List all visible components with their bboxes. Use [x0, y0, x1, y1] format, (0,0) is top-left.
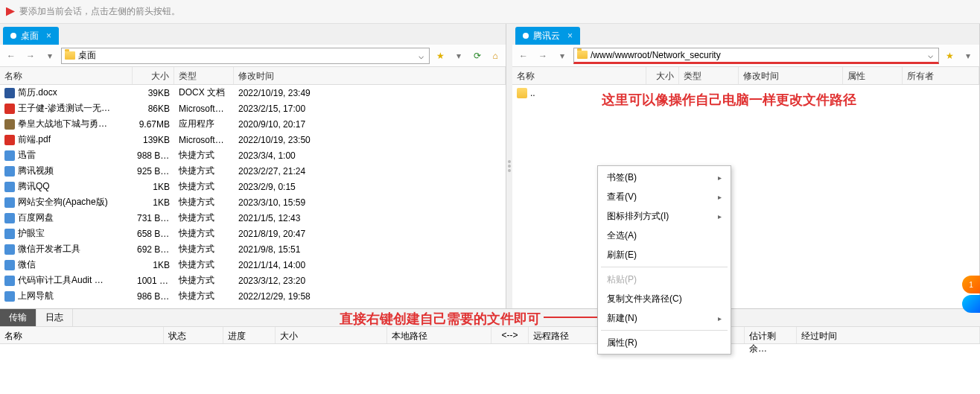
table-row[interactable]: ..: [512, 85, 979, 101]
ctx-refresh[interactable]: 刷新(E): [598, 245, 731, 264]
th-status[interactable]: 状态: [164, 327, 223, 343]
close-icon[interactable]: ×: [567, 31, 573, 41]
ctx-bookmark[interactable]: 书签(B)▸: [598, 168, 731, 187]
folder-icon: [65, 51, 75, 60]
file-date: 2023/3/12, 23:20: [234, 276, 506, 286]
table-row[interactable]: 迅雷988 Bytes快捷方式2023/3/4, 1:00: [0, 147, 506, 163]
ctx-view[interactable]: 查看(V)▸: [598, 187, 731, 206]
badge-2-icon[interactable]: [962, 295, 980, 313]
file-icon: [4, 119, 15, 130]
file-type: 快捷方式: [174, 227, 234, 240]
th-name[interactable]: 名称: [0, 327, 164, 343]
table-row[interactable]: 微信1KB快捷方式2021/1/14, 14:00: [0, 257, 506, 273]
chevron-down-icon[interactable]: ⌵: [416, 51, 426, 61]
col-date[interactable]: 修改时间: [739, 67, 843, 84]
transfer-body: [0, 344, 980, 389]
ctx-copypath[interactable]: 复制文件夹路径(C): [598, 289, 731, 308]
file-icon: [4, 150, 15, 161]
th-arrow[interactable]: <-->: [491, 327, 529, 343]
ctx-selectall[interactable]: 全选(A): [598, 226, 731, 245]
ctx-paste: 粘贴(P): [598, 270, 731, 289]
badge-1-icon[interactable]: 1: [962, 276, 980, 293]
remote-navbar: ← → ▾ /www/wwwroot/Network_security ⌵ ★ …: [512, 45, 979, 67]
th-est[interactable]: 估计剩余…: [745, 327, 797, 343]
flag-icon: [6, 7, 15, 16]
tab-tencent[interactable]: 腾讯云 ×: [515, 27, 580, 45]
file-size: 692 Bytes: [133, 244, 174, 255]
table-row[interactable]: 前端.pdf139KBMicrosoft…2022/10/19, 23:50: [0, 132, 506, 147]
tab-log[interactable]: 日志: [36, 309, 73, 326]
history-dropdown[interactable]: ▾: [554, 48, 570, 64]
file-icon: [4, 276, 15, 286]
chevron-down-icon[interactable]: ⌵: [925, 50, 935, 60]
remote-file-list[interactable]: ..: [512, 85, 979, 308]
col-size[interactable]: 大小: [133, 67, 174, 84]
file-date: 2020/9/10, 20:17: [234, 119, 506, 130]
th-size[interactable]: 大小: [276, 327, 387, 343]
table-row[interactable]: 护眼宝658 Bytes快捷方式2021/8/19, 20:47: [0, 226, 506, 241]
file-icon: [4, 291, 15, 302]
side-badge[interactable]: 1: [962, 276, 980, 311]
back-button[interactable]: ←: [515, 48, 532, 64]
splitter[interactable]: [506, 24, 512, 308]
file-date: 2021/1/5, 12:43: [234, 213, 506, 223]
tab-desktop[interactable]: 桌面 ×: [3, 27, 59, 45]
col-name[interactable]: 名称: [512, 67, 646, 84]
folder-icon: [517, 88, 527, 98]
table-row[interactable]: 腾讯QQ1KB快捷方式2023/2/9, 0:15: [0, 179, 506, 194]
context-menu: 书签(B)▸ 查看(V)▸ 图标排列方式(I)▸ 全选(A) 刷新(E) 粘贴(…: [597, 165, 731, 355]
table-row[interactable]: 网站安全狗(Apache版)1KB快捷方式2023/3/10, 15:59: [0, 194, 506, 210]
table-row[interactable]: 上网导航986 Bytes快捷方式2022/12/29, 19:58: [0, 288, 506, 304]
file-size: 39KB: [133, 88, 174, 98]
table-row[interactable]: 代码审计工具Audit …1001 Byt…快捷方式2023/3/12, 23:…: [0, 273, 506, 288]
file-name: ..: [530, 88, 535, 98]
file-icon: [4, 260, 15, 270]
col-type[interactable]: 类型: [679, 67, 739, 84]
file-name: 网站安全狗(Apache版): [18, 196, 108, 209]
col-date[interactable]: 修改时间: [234, 67, 506, 84]
col-owner[interactable]: 所有者: [903, 67, 979, 84]
th-elapsed[interactable]: 经过时间: [797, 327, 980, 343]
back-button[interactable]: ←: [3, 48, 19, 64]
refresh-button[interactable]: ⟳: [470, 48, 485, 63]
close-icon[interactable]: ×: [46, 31, 51, 41]
file-date: 2022/10/19, 23:50: [234, 135, 506, 145]
th-local[interactable]: 本地路径: [387, 327, 491, 343]
table-row[interactable]: 简历.docx39KBDOCX 文档2022/10/19, 23:49: [0, 85, 506, 101]
table-row[interactable]: 百度网盘731 Bytes快捷方式2021/1/5, 12:43: [0, 210, 506, 226]
file-type: 快捷方式: [174, 165, 234, 177]
ctx-props[interactable]: 属性(R): [598, 333, 731, 352]
col-type[interactable]: 类型: [174, 67, 234, 84]
file-name: 护眼宝: [18, 227, 45, 240]
local-file-list[interactable]: 简历.docx39KBDOCX 文档2022/10/19, 23:49王子健-渗…: [0, 85, 506, 308]
local-path-box[interactable]: 桌面 ⌵: [61, 48, 430, 64]
table-row[interactable]: 拳皇大战地下城与勇…9.67MB应用程序2020/9/10, 20:17: [0, 116, 506, 132]
forward-button[interactable]: →: [535, 48, 551, 64]
file-size: 988 Bytes: [133, 150, 174, 161]
remote-tabbar: 腾讯云 ×: [512, 24, 979, 45]
remote-path-box[interactable]: /www/wwwroot/Network_security ⌵: [573, 48, 939, 64]
th-progress[interactable]: 进度: [223, 327, 276, 343]
bookmark-dropdown[interactable]: ▾: [451, 48, 467, 64]
table-row[interactable]: 微信开发者工具692 Bytes快捷方式2021/9/8, 15:51: [0, 241, 506, 257]
remote-panel: 腾讯云 × ← → ▾ /www/wwwroot/Network_securit…: [512, 24, 980, 308]
dot-icon: [523, 33, 529, 39]
separator: [601, 330, 728, 331]
file-size: 986 Bytes: [133, 291, 174, 302]
history-dropdown[interactable]: ▾: [42, 48, 58, 64]
forward-button[interactable]: →: [22, 48, 39, 64]
ctx-sort[interactable]: 图标排列方式(I)▸: [598, 206, 731, 226]
bookmark-dropdown[interactable]: ▾: [960, 48, 976, 64]
bookmark-button[interactable]: ★: [942, 48, 957, 63]
table-row[interactable]: 腾讯视频925 Bytes快捷方式2023/2/27, 21:24: [0, 163, 506, 179]
file-icon: [4, 182, 15, 192]
bookmark-button[interactable]: ★: [433, 48, 448, 63]
col-size[interactable]: 大小: [646, 67, 679, 84]
tab-transfer[interactable]: 传输: [0, 309, 36, 326]
col-name[interactable]: 名称: [0, 67, 133, 84]
table-row[interactable]: 王子健-渗透测试一无…86KBMicrosoft…2023/2/15, 17:0…: [0, 101, 506, 116]
file-name: 百度网盘: [18, 212, 54, 224]
home-button[interactable]: ⌂: [488, 48, 503, 63]
ctx-new[interactable]: 新建(N)▸: [598, 308, 731, 328]
col-attr[interactable]: 属性: [843, 67, 903, 84]
